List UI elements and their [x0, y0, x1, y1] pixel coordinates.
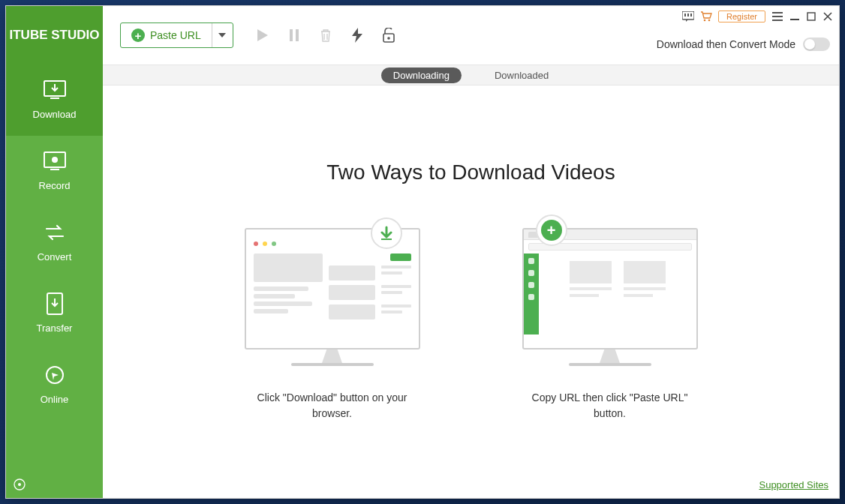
svg-rect-10 [772, 12, 783, 14]
sidebar-item-convert[interactable]: Convert [6, 207, 103, 278]
pause-icon[interactable] [287, 28, 301, 42]
convert-icon [43, 223, 67, 242]
svg-point-8 [704, 20, 706, 22]
svg-point-9 [708, 20, 711, 22]
paste-url-button-group: + Paste URL [120, 22, 233, 48]
trash-icon[interactable] [319, 28, 332, 42]
sidebar-item-online[interactable]: Online [6, 350, 103, 421]
svg-point-23 [18, 483, 21, 486]
add-badge-icon: + [536, 214, 567, 246]
convert-mode-label: Download then Convert Mode [657, 38, 795, 50]
svg-point-3 [387, 37, 390, 40]
sidebar-label: Transfer [37, 322, 73, 334]
illustration-paste: + [522, 228, 698, 366]
sidebar-label: Online [41, 394, 69, 405]
transfer-icon [43, 294, 67, 314]
svg-rect-7 [690, 14, 692, 16]
tab-downloaded[interactable]: Downloaded [483, 68, 561, 83]
supported-sites-link[interactable]: Supported Sites [759, 479, 828, 490]
method-paste-url: + Copy URL then click "Paste URL" button… [509, 228, 711, 422]
svg-rect-5 [684, 14, 686, 16]
svg-rect-0 [290, 29, 293, 41]
svg-rect-19 [50, 169, 59, 170]
convert-mode-row: Download then Convert Mode [657, 38, 830, 51]
app-logo: ITUBE STUDIO [6, 6, 103, 64]
register-button[interactable]: Register [718, 10, 765, 22]
top-area: ITUBE STUDIO + Paste URL [6, 6, 839, 64]
sidebar-bottom [6, 471, 103, 498]
main-area: Two Ways to Download Videos [103, 86, 839, 498]
paste-url-label: Paste URL [150, 29, 201, 41]
toolbar: + Paste URL [103, 6, 839, 64]
method-browser: Click "Download" button on your browser. [231, 228, 434, 422]
content: Downloading Downloaded Two Ways to Downl… [103, 64, 839, 498]
sidebar-item-transfer[interactable]: Transfer [6, 278, 103, 350]
tab-label: Downloading [393, 70, 450, 81]
svg-rect-14 [807, 13, 815, 20]
convert-mode-toggle[interactable] [803, 38, 830, 51]
svg-rect-12 [772, 20, 783, 21]
unlock-icon[interactable] [382, 28, 395, 42]
feedback-icon[interactable] [682, 10, 694, 22]
method-caption: Click "Download" button on your browser. [239, 390, 426, 422]
paste-url-dropdown[interactable] [212, 23, 233, 47]
headline: Two Ways to Download Videos [326, 160, 615, 184]
record-icon [43, 152, 67, 171]
close-button[interactable] [822, 11, 833, 22]
svg-rect-16 [50, 98, 59, 99]
settings-icon[interactable] [14, 478, 26, 490]
turbo-icon[interactable] [350, 28, 364, 42]
illustration-browser [245, 228, 420, 366]
download-badge-icon [371, 218, 402, 249]
tabbar: Downloading Downloaded [103, 64, 839, 86]
sidebar: Download Record Convert Transfer [6, 64, 103, 498]
plus-icon: + [131, 28, 145, 42]
maximize-button[interactable] [806, 11, 816, 22]
online-icon [43, 365, 67, 385]
paste-url-button[interactable]: + Paste URL [121, 23, 212, 47]
sidebar-item-record[interactable]: Record [6, 136, 103, 207]
tab-downloading[interactable]: Downloading [381, 68, 462, 83]
svg-rect-11 [772, 16, 783, 17]
svg-rect-6 [687, 14, 689, 16]
sidebar-label: Download [33, 109, 77, 120]
play-icon[interactable] [256, 28, 269, 42]
tab-label: Downloaded [495, 70, 549, 81]
app-name-label: ITUBE STUDIO [10, 28, 100, 43]
app-window: ITUBE STUDIO + Paste URL [5, 5, 840, 499]
sidebar-label: Record [39, 180, 71, 191]
toolbar-icons [256, 28, 395, 42]
register-label: Register [726, 12, 757, 21]
body-area: Download Record Convert Transfer [6, 64, 839, 498]
svg-rect-24 [381, 238, 392, 240]
svg-rect-1 [296, 29, 299, 41]
cart-icon[interactable] [700, 10, 712, 22]
svg-rect-13 [790, 19, 799, 20]
menu-icon[interactable] [771, 10, 783, 22]
sidebar-item-download[interactable]: Download [6, 64, 103, 136]
svg-point-18 [52, 157, 58, 163]
sidebar-label: Convert [38, 251, 72, 262]
titlebar-right: Register [682, 10, 833, 22]
download-icon [43, 80, 67, 100]
methods-row: Click "Download" button on your browser. [231, 228, 711, 422]
supported-sites-label: Supported Sites [759, 479, 828, 490]
minimize-button[interactable] [789, 11, 800, 22]
method-caption: Copy URL then click "Paste URL" button. [516, 390, 704, 422]
